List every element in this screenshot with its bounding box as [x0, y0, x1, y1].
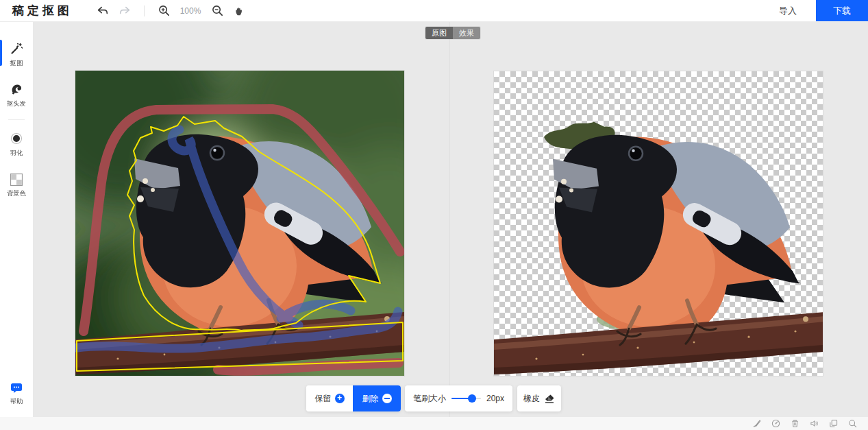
- zoom-in-icon[interactable]: [157, 4, 171, 18]
- plus-circle-icon: +: [335, 394, 345, 403]
- download-button[interactable]: 下载: [816, 0, 868, 21]
- keep-button[interactable]: 保留 +: [306, 385, 353, 411]
- sidebar-item-background-color[interactable]: 背景色: [0, 169, 33, 202]
- sidebar-item-label: 背景色: [7, 189, 26, 198]
- tab-effect[interactable]: 效果: [453, 27, 480, 39]
- brush-size-slider[interactable]: [451, 394, 481, 403]
- brush-size-group: 笔刷大小 20px: [405, 385, 512, 411]
- bgcolor-icon: [10, 174, 23, 186]
- pen-icon[interactable]: [752, 419, 761, 428]
- undo-icon[interactable]: [96, 4, 110, 18]
- panel-divider: [449, 22, 450, 417]
- annotated-bird-image: [75, 71, 404, 376]
- feather-icon: [10, 132, 23, 145]
- left-toolbar: 抠图 抠头发 羽化 背景色 帮助: [0, 22, 33, 417]
- delete-label: 删除: [362, 393, 379, 405]
- compare-icon[interactable]: [829, 419, 838, 428]
- hand-icon[interactable]: [232, 4, 246, 18]
- trash-icon[interactable]: [791, 419, 799, 428]
- delete-button[interactable]: 删除: [353, 385, 401, 411]
- keep-label: 保留: [315, 393, 332, 405]
- import-button[interactable]: 导入: [760, 0, 816, 21]
- sidebar-item-cutout[interactable]: 抠图: [0, 37, 33, 72]
- tab-original[interactable]: 原图: [425, 27, 453, 39]
- help-label: 帮助: [10, 397, 23, 406]
- result-image-panel[interactable]: [494, 71, 823, 376]
- sidebar-divider: [8, 119, 25, 120]
- sidebar-item-cutout-hair[interactable]: 抠头发: [0, 77, 33, 112]
- eraser-button[interactable]: 橡皮: [517, 385, 561, 411]
- sidebar-item-label: 抠头发: [7, 99, 26, 108]
- sidebar-item-feather[interactable]: 羽化: [0, 127, 33, 162]
- sidebar-item-label: 羽化: [10, 149, 23, 158]
- original-image-panel[interactable]: [75, 71, 404, 376]
- sidebar-item-label: 抠图: [10, 59, 23, 68]
- help-bubble-icon: [10, 383, 23, 394]
- brush-size-label: 笔刷大小: [413, 393, 446, 405]
- active-indicator: [0, 40, 2, 66]
- cutout-bird-image: [494, 71, 823, 376]
- hair-icon: [10, 82, 23, 96]
- brush-size-value: 20px: [486, 394, 504, 403]
- zoom-out-icon[interactable]: [210, 4, 224, 18]
- gauge-icon[interactable]: [771, 419, 780, 428]
- minus-circle-icon: [382, 394, 392, 403]
- help-button[interactable]: 帮助: [0, 378, 33, 410]
- eraser-label: 橡皮: [523, 393, 540, 405]
- eraser-icon: [544, 394, 555, 403]
- slider-knob[interactable]: [468, 394, 476, 403]
- brush-mode-group: 保留 + 删除: [306, 385, 401, 411]
- divider: [144, 5, 145, 16]
- top-bar: 稿定抠图 100% 导入 下载: [0, 0, 868, 22]
- zoom-level: 100%: [179, 6, 202, 16]
- app-logo: 稿定抠图: [12, 3, 73, 19]
- view-tabs: 原图 效果: [425, 27, 480, 39]
- redo-icon[interactable]: [118, 4, 132, 18]
- bottom-status-bar: [0, 417, 868, 430]
- sound-icon[interactable]: [810, 419, 819, 428]
- magic-wand-icon: [10, 42, 23, 56]
- search-icon[interactable]: [848, 419, 857, 428]
